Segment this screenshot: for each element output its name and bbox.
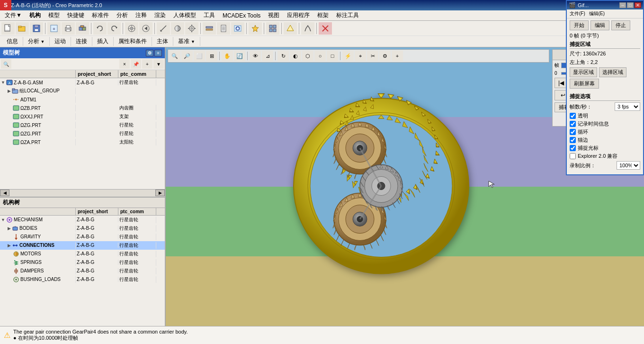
- tb-redo[interactable]: [107, 22, 121, 35]
- tree-row[interactable]: MOTORS Z-A-B-G 行星齿轮: [0, 250, 165, 258]
- tree-options-btn[interactable]: ▼: [153, 59, 164, 69]
- gif-minimize[interactable]: ─: [619, 2, 626, 8]
- tb-undo[interactable]: [93, 22, 107, 35]
- vp-clip[interactable]: ✂: [367, 51, 378, 61]
- tb-undo-file[interactable]: ≡: [47, 22, 61, 35]
- gif-edit-menu[interactable]: 编辑(E): [587, 10, 607, 18]
- menu-dim-tools[interactable]: 标注工具: [332, 10, 363, 20]
- menu-render[interactable]: 渲染: [151, 10, 170, 20]
- tb-print[interactable]: [62, 22, 75, 35]
- expand-icon[interactable]: ▶: [8, 89, 11, 93]
- tb-open[interactable]: [16, 22, 29, 35]
- tb-component[interactable]: [76, 22, 89, 35]
- tb-measure[interactable]: [157, 22, 170, 35]
- panel-settings-btn[interactable]: ⚙: [146, 50, 153, 56]
- search-btn[interactable]: 🔍: [1, 59, 11, 69]
- vp-standard-orient[interactable]: ⊿: [262, 51, 273, 61]
- tree-row[interactable]: ΩZB.PRT 内齿圈: [0, 104, 165, 112]
- tree-row[interactable]: DAMPERS Z-A-B-G 行星齿轮: [0, 267, 165, 275]
- menu-frame[interactable]: 框架: [313, 10, 332, 20]
- gif-display-area[interactable]: 显示区域: [570, 67, 597, 77]
- tree-row[interactable]: ΩZG.PRT 行星轮: [0, 129, 165, 138]
- tree-row[interactable]: BUSHING_LOADS Z-A-B-G 行星齿轮: [0, 275, 165, 284]
- vp-wireframe[interactable]: □: [327, 51, 338, 61]
- gif-border-cb[interactable]: [570, 137, 576, 143]
- vp-hidden-line[interactable]: ⬡: [302, 51, 313, 61]
- tree-row[interactable]: ▶ 组LOCAL_GROUP: [0, 87, 165, 95]
- gif-scale-select[interactable]: 100% 75% 50%: [617, 161, 640, 170]
- gif-refresh-btn[interactable]: 刷新屏幕: [570, 79, 599, 89]
- gif-transparent-cb[interactable]: [570, 113, 576, 119]
- vp-no-hidden[interactable]: ○: [314, 51, 326, 61]
- vp-orient2[interactable]: ⌖: [355, 51, 366, 61]
- tb-gear[interactable]: [185, 22, 198, 35]
- label-analysis[interactable]: 分析: [23, 37, 50, 46]
- menu-view[interactable]: 视图: [264, 10, 283, 20]
- menu-annotation[interactable]: 注释: [132, 10, 151, 20]
- label-props[interactable]: 属性和条件: [114, 37, 152, 46]
- gif-file-menu[interactable]: 文件(F): [568, 10, 587, 18]
- menu-human[interactable]: 人体模型: [170, 10, 200, 20]
- vp-settings[interactable]: ⚙: [379, 51, 391, 61]
- vp-edge[interactable]: ⚡: [342, 51, 354, 61]
- gif-close[interactable]: ✕: [635, 2, 641, 8]
- tb-explode[interactable]: [266, 22, 279, 35]
- tb-sketch[interactable]: [301, 22, 314, 35]
- vp-zoom-fit[interactable]: ⊞: [206, 51, 217, 61]
- panel-expand-btn[interactable]: ≡: [154, 50, 162, 56]
- tb-motor[interactable]: [171, 22, 184, 35]
- tb-new[interactable]: [1, 22, 15, 35]
- tb-mechanism[interactable]: [125, 22, 138, 35]
- vp-repaint[interactable]: ↻: [277, 51, 289, 61]
- gif-loop-cb[interactable]: [570, 129, 576, 135]
- tb-rollback[interactable]: [139, 22, 152, 35]
- gif-explorer-cb[interactable]: [570, 153, 576, 159]
- tree-row[interactable]: GRAVITY Z-A-B-G 行星齿轮: [0, 233, 165, 241]
- tree-row[interactable]: ▼ MECHANISM Z-A-B-G 行星齿轮: [0, 216, 165, 224]
- label-insert[interactable]: 插入: [92, 37, 114, 46]
- gif-record-time-cb[interactable]: [570, 121, 576, 127]
- menu-mcadex[interactable]: MCADEx Tools: [219, 11, 264, 20]
- scroll-right[interactable]: ▶: [155, 190, 165, 196]
- label-motion[interactable]: 运动: [50, 37, 71, 46]
- gif-start-btn[interactable]: 开始: [570, 20, 589, 30]
- tb-attr1[interactable]: [203, 22, 216, 35]
- gif-cursor-cb[interactable]: [570, 145, 576, 151]
- tree-row[interactable]: ▼ A Z-A-B-G.ASM Z-A-B-G 行星齿轮: [0, 78, 165, 87]
- model-tree-scrollbar[interactable]: ◀ ▶: [0, 189, 165, 197]
- model-tree-content[interactable]: ▼ A Z-A-B-G.ASM Z-A-B-G 行星齿轮 ▶ 组LOCAL_GR…: [0, 78, 165, 189]
- tb-plane[interactable]: [284, 22, 297, 35]
- label-body[interactable]: 主体: [152, 37, 173, 46]
- menu-file[interactable]: 文件▼: [1, 10, 26, 20]
- menu-tools[interactable]: 工具: [200, 10, 219, 20]
- tree-row[interactable]: ADTM1: [0, 95, 165, 104]
- menu-model[interactable]: 模型: [45, 10, 63, 20]
- expand-icon[interactable]: ▶: [8, 243, 11, 248]
- label-connect[interactable]: 连接: [71, 37, 92, 46]
- vp-zoom-area[interactable]: ⬜: [194, 51, 205, 61]
- tb-quality[interactable]: [249, 22, 262, 35]
- vp-pan[interactable]: ✋: [222, 51, 233, 61]
- tb-save[interactable]: [30, 22, 43, 35]
- gif-stop-btn[interactable]: 停止: [611, 20, 630, 30]
- mech-tree-content[interactable]: ▼ MECHANISM Z-A-B-G 行星齿轮 ▶ BODIES Z-A-B-…: [0, 216, 165, 326]
- filter-btn[interactable]: ×: [119, 59, 130, 69]
- tree-row[interactable]: ΩZG.PRT 行星轮: [0, 121, 165, 129]
- expand-icon[interactable]: ▼: [1, 80, 5, 85]
- tree-row[interactable]: ▶ BODIES Z-A-B-G 行星齿轮: [0, 224, 165, 233]
- vp-named-view[interactable]: 👁: [250, 51, 261, 61]
- vp-extra[interactable]: +: [392, 51, 403, 61]
- scroll-left[interactable]: ◀: [0, 190, 9, 196]
- gif-select-area[interactable]: 选择区域: [599, 67, 626, 77]
- menu-apps[interactable]: 应用程序: [283, 10, 313, 20]
- label-datum[interactable]: 基准: [173, 37, 200, 46]
- pin-btn[interactable]: 📌: [131, 59, 141, 69]
- gif-maximize[interactable]: □: [627, 2, 634, 8]
- menu-shortcuts[interactable]: 快捷键: [63, 10, 88, 20]
- tb-attr2[interactable]: [217, 22, 230, 35]
- tree-row[interactable]: ΩXXJ.PRT 支架: [0, 112, 165, 121]
- menu-standards[interactable]: 标准件: [88, 10, 113, 20]
- mech-tree-header[interactable]: 机构树: [0, 197, 165, 208]
- vp-zoom-out[interactable]: 🔎: [181, 51, 193, 61]
- vp-shading[interactable]: ◐: [290, 51, 301, 61]
